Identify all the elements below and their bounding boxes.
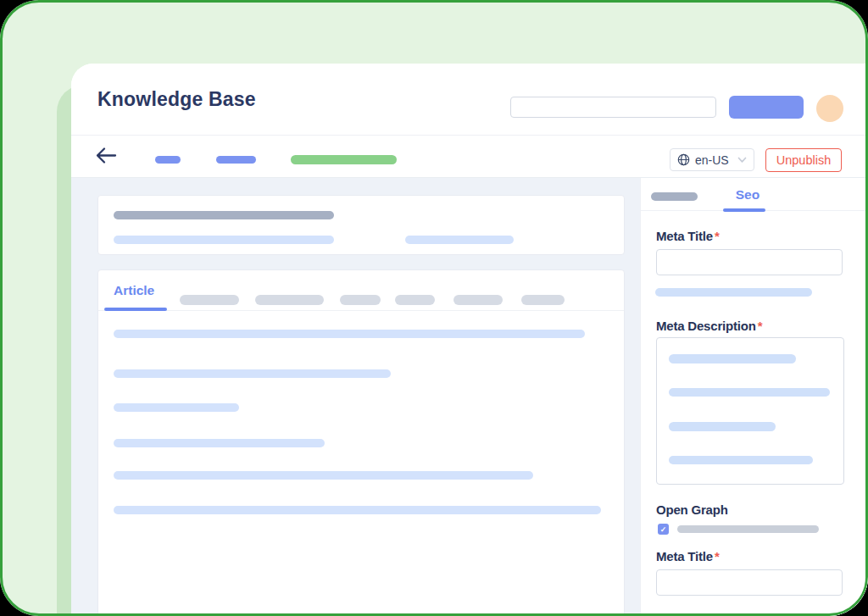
entry-meta-bar — [114, 236, 334, 244]
tab-seo[interactable]: Seo — [722, 178, 773, 211]
page: Knowledge Base — [0, 0, 868, 616]
open-graph-label: Open Graph — [656, 502, 728, 517]
required-asterisk: * — [758, 319, 763, 333]
seo-tab-underline — [723, 208, 765, 212]
open-graph-value-bar — [677, 525, 819, 533]
chevron-down-icon — [737, 157, 747, 164]
article-tab-placeholders — [98, 270, 624, 310]
primary-action-button[interactable] — [729, 96, 804, 119]
open-graph-checkbox[interactable]: ✓ — [658, 524, 669, 535]
sidebar-tab-row: Seo — [641, 178, 868, 211]
article-text-line — [114, 403, 239, 412]
checkmark-icon: ✓ — [660, 525, 667, 534]
description-text-line — [669, 422, 776, 431]
language-select[interactable]: en-US — [670, 148, 754, 171]
description-text-line — [669, 354, 796, 363]
toolbar: en-US Unpublish — [71, 136, 868, 178]
breadcrumb-pill — [155, 156, 181, 164]
required-asterisk: * — [715, 229, 720, 243]
article-text-line — [114, 369, 391, 378]
entry-meta-bar — [405, 236, 514, 244]
description-text-line — [669, 388, 830, 397]
meta-description-lines — [657, 338, 843, 484]
article-text-line — [114, 439, 325, 447]
breadcrumb-pill — [216, 156, 256, 164]
tab-placeholder-pill — [521, 295, 565, 305]
tab-placeholder-pill — [453, 295, 503, 305]
avatar[interactable] — [816, 95, 843, 122]
seo-sidebar: Seo Meta Title* Meta Description* — [640, 178, 868, 616]
editor-main-area: Article — [71, 178, 640, 616]
description-text-line — [669, 456, 813, 464]
illustration-frame: Knowledge Base — [0, 0, 868, 616]
article-body-lines — [98, 270, 624, 616]
unpublish-button[interactable]: Unpublish — [765, 148, 842, 172]
title-pill-green — [291, 155, 397, 164]
search-input[interactable] — [510, 97, 716, 118]
workspace: Article Seo Meta Title — [71, 178, 868, 616]
article-text-line — [114, 330, 585, 338]
meta-title-value-bar — [655, 288, 812, 297]
article-tab-row: Article — [98, 270, 624, 311]
meta-title-label: Meta Title* — [656, 229, 720, 243]
entry-title-bar — [114, 211, 334, 219]
og-meta-title-input[interactable] — [656, 569, 843, 596]
article-text-line — [114, 506, 601, 514]
back-button[interactable] — [92, 145, 118, 169]
tab-placeholder-pill — [255, 295, 324, 305]
entry-summary-card — [97, 195, 625, 255]
language-value: en-US — [695, 153, 732, 167]
back-arrow-icon — [94, 147, 117, 167]
article-card: Article — [97, 269, 625, 616]
required-asterisk: * — [715, 549, 720, 563]
tab-article[interactable]: Article — [114, 270, 154, 311]
meta-title-input[interactable] — [656, 249, 843, 275]
app-window: Knowledge Base — [71, 64, 868, 616]
globe-icon — [677, 153, 690, 166]
tab-placeholder-pill — [180, 295, 239, 305]
tab-placeholder-pill — [340, 295, 381, 305]
meta-description-textarea[interactable] — [656, 337, 844, 485]
tab-placeholder-pill — [395, 295, 435, 305]
og-meta-title-label: Meta Title* — [656, 549, 720, 563]
article-text-line — [114, 471, 533, 480]
active-tab-underline — [104, 308, 167, 311]
page-title: Knowledge Base — [97, 88, 256, 111]
app-header: Knowledge Base — [71, 64, 868, 136]
entry-summary-bars — [98, 196, 624, 254]
meta-description-label: Meta Description* — [656, 319, 762, 333]
